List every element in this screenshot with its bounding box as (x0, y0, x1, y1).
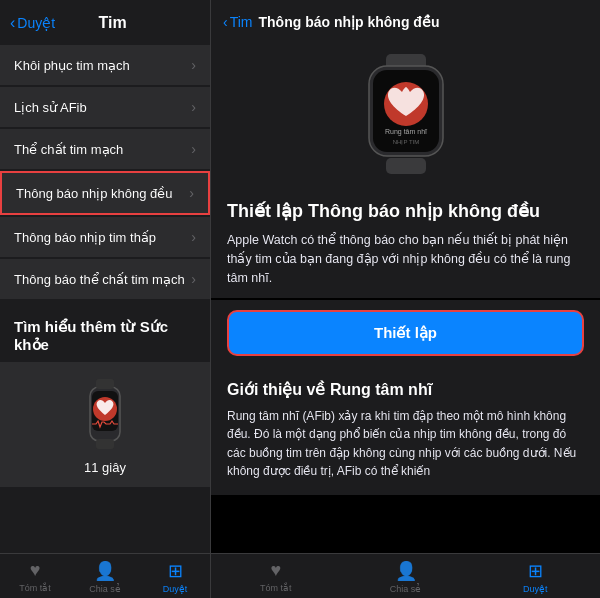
left-tab-share[interactable]: 👤 Chia sẻ (70, 554, 140, 598)
browse-icon: ⊞ (168, 560, 183, 582)
svg-rect-2 (96, 379, 114, 389)
right-browse-icon: ⊞ (528, 560, 543, 582)
menu-item-label-1: Lịch sử AFib (14, 100, 87, 115)
left-tab-browse-label: Duyệt (163, 584, 188, 594)
menu-item-3[interactable]: Thông báo nhịp không đều › (0, 171, 210, 215)
watch-preview: Rung tâm nhĩ NHỊP TIM (211, 38, 600, 186)
left-tab-summary[interactable]: ♥ Tóm tắt (0, 554, 70, 598)
svg-text:NHỊP TIM: NHỊP TIM (392, 139, 418, 146)
chevron-icon-2: › (191, 141, 196, 157)
right-panel: ‹ Tim Thông báo nhịp không đều Rung tâm … (211, 0, 600, 598)
setup-btn-container: Thiết lập (211, 300, 600, 366)
watch-timer-label: 11 giây (84, 460, 126, 475)
chevron-icon-0: › (191, 57, 196, 73)
left-tab-share-label: Chia sẻ (89, 584, 121, 594)
right-heart-icon: ♥ (270, 560, 281, 581)
chevron-icon-1: › (191, 99, 196, 115)
right-share-icon: 👤 (395, 560, 417, 582)
learn-more-card[interactable]: 11 giây (0, 362, 210, 487)
right-back-label: Tim (230, 14, 253, 30)
detail-title: Thiết lập Thông báo nhịp không đều (227, 200, 584, 223)
left-header: ‹ Duyệt Tim (0, 0, 210, 40)
right-header-title: Thông báo nhịp không đều (258, 14, 588, 30)
chevron-icon-4: › (191, 229, 196, 245)
left-tab-browse[interactable]: ⊞ Duyệt (140, 554, 210, 598)
right-tab-summary[interactable]: ♥ Tóm tắt (211, 554, 341, 598)
right-back-button[interactable]: ‹ Tim (223, 14, 252, 30)
svg-text:Rung tâm nhĩ: Rung tâm nhĩ (384, 128, 427, 136)
watch-svg (70, 379, 140, 449)
right-tab-share-label: Chia sẻ (390, 584, 422, 594)
menu-item-label-4: Thông báo nhịp tim thấp (14, 230, 156, 245)
menu-item-0[interactable]: Khôi phục tim mạch › (0, 45, 210, 85)
right-content: Rung tâm nhĩ NHỊP TIM Thiết lập Thông bá… (211, 38, 600, 553)
setup-button[interactable]: Thiết lập (227, 310, 584, 356)
heart-icon: ♥ (30, 560, 41, 581)
menu-item-4[interactable]: Thông báo nhịp tim thấp › (0, 217, 210, 257)
svg-rect-8 (386, 158, 426, 174)
watch-illustration (65, 374, 145, 454)
right-tab-summary-label: Tóm tắt (260, 583, 292, 593)
back-chevron-icon: ‹ (10, 14, 15, 32)
right-tab-share[interactable]: 👤 Chia sẻ (341, 554, 471, 598)
left-back-button[interactable]: ‹ Duyệt (10, 14, 55, 32)
menu-item-label-5: Thông báo thể chất tim mạch (14, 272, 185, 287)
right-tab-bar: ♥ Tóm tắt 👤 Chia sẻ ⊞ Duyệt (211, 553, 600, 598)
share-icon: 👤 (94, 560, 116, 582)
left-page-title: Tim (55, 14, 170, 32)
svg-rect-3 (96, 439, 114, 449)
right-tab-browse[interactable]: ⊞ Duyệt (470, 554, 600, 598)
right-header: ‹ Tim Thông báo nhịp không đều (211, 0, 600, 38)
left-tab-summary-label: Tóm tắt (19, 583, 51, 593)
intro-body: Rung tâm nhĩ (AFib) xảy ra khi tim đập t… (227, 407, 584, 481)
detail-section: Thiết lập Thông báo nhịp không đều Apple… (211, 186, 600, 298)
learn-more-header: Tìm hiểu thêm từ Sức khỏe (0, 304, 210, 362)
intro-title: Giới thiệu về Rung tâm nhĩ (227, 380, 584, 399)
right-tab-browse-label: Duyệt (523, 584, 548, 594)
intro-section: Giới thiệu về Rung tâm nhĩ Rung tâm nhĩ … (211, 366, 600, 495)
menu-item-label-2: Thể chất tim mạch (14, 142, 123, 157)
menu-item-1[interactable]: Lịch sử AFib › (0, 87, 210, 127)
left-panel: ‹ Duyệt Tim Khôi phục tim mạch › Lịch sử… (0, 0, 210, 598)
left-menu-list: Khôi phục tim mạch › Lịch sử AFib › Thể … (0, 40, 210, 304)
chevron-icon-5: › (191, 271, 196, 287)
right-watch-svg: Rung tâm nhĩ NHỊP TIM (351, 54, 461, 174)
menu-item-5[interactable]: Thông báo thể chất tim mạch › (0, 259, 210, 299)
detail-body: Apple Watch có thể thông báo cho bạn nếu… (227, 231, 584, 287)
menu-item-2[interactable]: Thể chất tim mạch › (0, 129, 210, 169)
left-tab-bar: ♥ Tóm tắt 👤 Chia sẻ ⊞ Duyệt (0, 553, 210, 598)
chevron-icon-3: › (189, 185, 194, 201)
menu-item-label-3: Thông báo nhịp không đều (16, 186, 173, 201)
menu-item-label-0: Khôi phục tim mạch (14, 58, 130, 73)
left-back-label: Duyệt (17, 15, 55, 31)
right-back-chevron-icon: ‹ (223, 14, 228, 30)
